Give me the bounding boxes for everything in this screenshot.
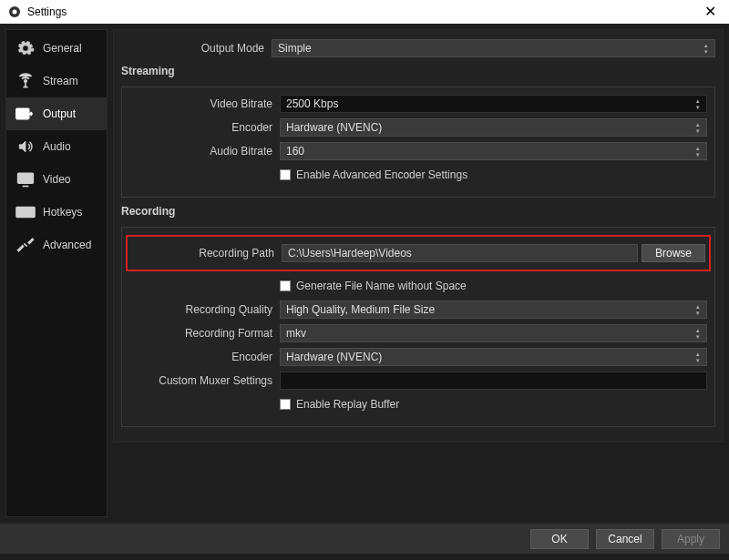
sidebar: General Stream Output Audio Video: [5, 29, 108, 517]
recording-encoder-label: Encoder: [129, 351, 280, 363]
streaming-encoder-dropdown[interactable]: Hardware (NVENC) ▴▾: [280, 118, 707, 137]
streaming-group-title: Streaming: [121, 65, 715, 77]
checkbox-box[interactable]: [280, 169, 291, 180]
svg-rect-3: [16, 109, 29, 119]
chevron-updown-icon: ▴▾: [692, 301, 704, 318]
ok-button[interactable]: OK: [530, 529, 589, 549]
sidebar-item-audio[interactable]: Audio: [6, 130, 107, 163]
recording-path-input[interactable]: C:\Users\Hardeep\Videos: [282, 244, 638, 262]
sidebar-item-label: Advanced: [43, 239, 91, 251]
recording-group: Recording Path C:\Users\Hardeep\Videos B…: [121, 227, 715, 427]
monitor-icon: [15, 170, 36, 188]
streaming-group: Video Bitrate 2500 Kbps ▴▾ Encoder Hardw…: [121, 87, 715, 198]
no-space-checkbox[interactable]: Generate File Name without Space: [280, 280, 467, 292]
titlebar: Settings ✕: [0, 0, 729, 24]
no-space-label: Generate File Name without Space: [296, 280, 467, 292]
streaming-encoder-label: Encoder: [129, 121, 280, 134]
enable-replay-checkbox[interactable]: Enable Replay Buffer: [280, 398, 399, 411]
muxer-input[interactable]: [280, 372, 707, 390]
speaker-icon: [15, 137, 36, 156]
sidebar-item-hotkeys[interactable]: Hotkeys: [6, 196, 107, 229]
close-icon[interactable]: ✕: [699, 3, 722, 21]
sidebar-item-output[interactable]: Output: [6, 97, 107, 130]
sidebar-item-label: Video: [43, 173, 70, 186]
browse-button[interactable]: Browse: [642, 244, 705, 262]
recording-group-title: Recording: [121, 205, 715, 218]
sidebar-item-label: Output: [43, 107, 76, 120]
keyboard-icon: [15, 203, 36, 221]
enable-adv-label: Enable Advanced Encoder Settings: [296, 168, 467, 181]
window-title: Settings: [27, 5, 67, 18]
chevron-updown-icon: ▴▾: [692, 119, 704, 136]
output-mode-label: Output Mode: [121, 42, 272, 55]
content-area: Output Mode Simple ▴▾ Streaming Video Bi…: [108, 29, 724, 517]
sidebar-item-video[interactable]: Video: [6, 163, 107, 196]
tools-icon: [15, 236, 36, 254]
apply-button[interactable]: Apply: [662, 529, 720, 549]
cancel-button[interactable]: Cancel: [596, 529, 654, 549]
video-bitrate-input[interactable]: 2500 Kbps ▴▾: [280, 95, 707, 113]
body: General Stream Output Audio Video: [0, 24, 729, 523]
chevron-updown-icon: ▴▾: [692, 349, 704, 365]
audio-bitrate-dropdown[interactable]: 160 ▴▾: [280, 142, 707, 160]
spinner-arrows-icon[interactable]: ▴▾: [692, 96, 704, 112]
output-panel: Output Mode Simple ▴▾ Streaming Video Bi…: [113, 29, 724, 443]
output-mode-dropdown[interactable]: Simple ▴▾: [272, 39, 715, 57]
recording-format-label: Recording Format: [129, 327, 280, 340]
sidebar-item-general[interactable]: General: [6, 32, 107, 65]
enable-replay-label: Enable Replay Buffer: [296, 398, 399, 411]
sidebar-item-label: Stream: [43, 75, 78, 87]
checkbox-box[interactable]: [280, 399, 291, 410]
video-bitrate-label: Video Bitrate: [129, 97, 280, 110]
antenna-icon: [15, 72, 36, 90]
recording-encoder-dropdown[interactable]: Hardware (NVENC) ▴▾: [280, 348, 707, 366]
svg-point-1: [13, 10, 17, 15]
output-mode-row: Output Mode Simple ▴▾: [121, 39, 715, 57]
chevron-updown-icon: ▴▾: [692, 325, 704, 341]
recording-path-highlight: Recording Path C:\Users\Hardeep\Videos B…: [126, 235, 711, 271]
sidebar-item-label: General: [43, 42, 82, 55]
chevron-updown-icon: ▴▾: [692, 143, 704, 159]
recording-format-dropdown[interactable]: mkv ▴▾: [280, 324, 707, 342]
enable-adv-checkbox[interactable]: Enable Advanced Encoder Settings: [280, 168, 467, 181]
app-icon: [7, 5, 22, 19]
gear-icon: [15, 39, 36, 57]
recording-path-label: Recording Path: [131, 247, 282, 260]
sidebar-item-label: Audio: [43, 140, 71, 153]
footer: OK Cancel Apply: [0, 523, 729, 554]
chevron-updown-icon: ▴▾: [700, 40, 713, 56]
output-icon: [15, 105, 36, 123]
sidebar-item-label: Hotkeys: [43, 206, 82, 219]
recording-quality-dropdown[interactable]: High Quality, Medium File Size ▴▾: [280, 300, 707, 319]
sidebar-item-stream[interactable]: Stream: [6, 65, 107, 97]
muxer-label: Custom Muxer Settings: [129, 374, 280, 387]
svg-rect-4: [18, 173, 34, 183]
audio-bitrate-label: Audio Bitrate: [129, 145, 280, 158]
checkbox-box[interactable]: [280, 280, 291, 291]
recording-quality-label: Recording Quality: [129, 303, 280, 316]
sidebar-item-advanced[interactable]: Advanced: [6, 229, 107, 261]
